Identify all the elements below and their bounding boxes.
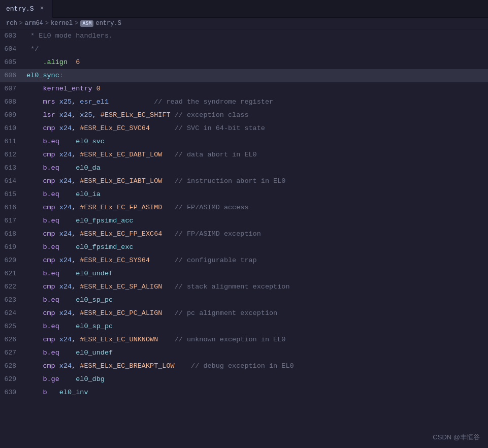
line-number: 616 <box>0 201 24 214</box>
line-number: 624 <box>0 307 24 320</box>
line-number: 625 <box>0 320 24 333</box>
line-content: cmp x24, #ESR_ELx_EC_SVC64 // SVC in 64-… <box>24 122 488 135</box>
tab-label: entry.S <box>6 5 34 13</box>
line-number: 614 <box>0 175 24 188</box>
line-content: cmp x24, #ESR_ELx_EC_SYS64 // configurab… <box>24 254 488 267</box>
code-line-624: 624 cmp x24, #ESR_ELx_EC_PC_ALIGN // pc … <box>0 307 488 320</box>
code-area: 603 * EL0 mode handlers. 604 */ 605 .ali… <box>0 29 488 445</box>
code-line-603: 603 * EL0 mode handlers. <box>0 29 488 43</box>
code-line-609: 609 lsr x24, x25, #ESR_ELx_EC_SHIFT // e… <box>0 109 488 122</box>
line-content: cmp x24, #ESR_ELx_EC_PC_ALIGN // pc alig… <box>24 307 488 320</box>
code-line-619: 619 b.eq el0_fpsimd_exc <box>0 241 488 254</box>
code-line-613: 613 b.eq el0_da <box>0 162 488 175</box>
line-number: 607 <box>0 82 24 95</box>
code-line-622: 622 cmp x24, #ESR_ELx_EC_SP_ALIGN // sta… <box>0 280 488 294</box>
code-line-626: 626 cmp x24, #ESR_ELx_EC_UNKNOWN // unkn… <box>0 333 488 346</box>
code-line-606: 606 el0_sync: <box>0 69 488 82</box>
line-content: cmp x24, #ESR_ELx_EC_FP_ASIMD // FP/ASIM… <box>24 201 488 214</box>
code-line-607: 607 kernel_entry 0 <box>0 82 488 95</box>
line-content: cmp x24, #ESR_ELx_EC_BREAKPT_LOW // debu… <box>24 360 488 373</box>
code-line-629: 629 b.ge el0_dbg <box>0 373 488 386</box>
line-number: 626 <box>0 333 24 346</box>
watermark: CSDN @丰恒谷 <box>433 433 480 442</box>
line-content: kernel_entry 0 <box>24 82 488 95</box>
line-number: 608 <box>0 95 24 109</box>
code-line-620: 620 cmp x24, #ESR_ELx_EC_SYS64 // config… <box>0 254 488 267</box>
line-content: * EL0 mode handlers. <box>24 29 488 43</box>
code-line-614: 614 cmp x24, #ESR_ELx_EC_IABT_LOW // ins… <box>0 175 488 188</box>
code-line-621: 621 b.eq el0_undef <box>0 267 488 280</box>
line-number: 618 <box>0 228 24 241</box>
line-number: 603 <box>0 29 24 43</box>
line-content: b.eq el0_fpsimd_exc <box>24 241 488 254</box>
breadcrumb-part-4: entry.S <box>95 20 121 27</box>
line-number: 613 <box>0 162 24 175</box>
line-content: .align 6 <box>24 56 488 69</box>
line-number: 627 <box>0 346 24 360</box>
line-content: b.eq el0_ia <box>24 188 488 201</box>
code-line-616: 616 cmp x24, #ESR_ELx_EC_FP_ASIMD // FP/… <box>0 201 488 214</box>
asm-badge: ASM <box>80 20 93 27</box>
line-content: cmp x24, #ESR_ELx_EC_UNKNOWN // unknown … <box>24 333 488 346</box>
code-line-623: 623 b.eq el0_sp_pc <box>0 294 488 307</box>
line-content: cmp x24, #ESR_ELx_EC_FP_EXC64 // FP/ASIM… <box>24 228 488 241</box>
code-line-627: 627 b.eq el0_undef <box>0 346 488 360</box>
code-line-617: 617 b.eq el0_fpsimd_acc <box>0 214 488 228</box>
line-content: b.eq el0_da <box>24 162 488 175</box>
line-number: 609 <box>0 109 24 122</box>
code-line-615: 615 b.eq el0_ia <box>0 188 488 201</box>
breadcrumb-part-2: arm64 <box>25 20 43 27</box>
line-number: 630 <box>0 386 24 399</box>
code-line-612: 612 cmp x24, #ESR_ELx_EC_DABT_LOW // dat… <box>0 148 488 162</box>
line-content: b.eq el0_undef <box>24 267 488 280</box>
line-number: 629 <box>0 373 24 386</box>
line-number: 619 <box>0 241 24 254</box>
tab-close-button[interactable]: × <box>38 5 46 13</box>
code-line-611: 611 b.eq el0_svc <box>0 135 488 148</box>
line-number: 615 <box>0 188 24 201</box>
line-content: mrs x25, esr_el1 // read the syndrome re… <box>24 95 488 109</box>
line-content: b.eq el0_svc <box>24 135 488 148</box>
breadcrumb-part-3: kernel <box>51 20 73 27</box>
code-line-605: 605 .align 6 <box>0 56 488 69</box>
breadcrumb-sep-3: > <box>75 20 78 27</box>
tab-entry-s[interactable]: entry.S × <box>0 0 53 18</box>
line-number: 617 <box>0 214 24 228</box>
line-content: */ <box>24 43 488 56</box>
line-number: 621 <box>0 267 24 280</box>
line-content: b.eq el0_undef <box>24 346 488 360</box>
line-content: b.eq el0_sp_pc <box>24 294 488 307</box>
code-line-630: 630 b el0_inv <box>0 386 488 399</box>
line-content: b.eq el0_fpsimd_acc <box>24 214 488 228</box>
line-number: 605 <box>0 56 24 69</box>
line-content: b.eq el0_sp_pc <box>24 320 488 333</box>
breadcrumb-sep-2: > <box>45 20 49 27</box>
code-line-618: 618 cmp x24, #ESR_ELx_EC_FP_EXC64 // FP/… <box>0 228 488 241</box>
breadcrumb: rch > arm64 > kernel > ASM entry.S <box>0 18 488 29</box>
line-content: cmp x24, #ESR_ELx_EC_DABT_LOW // data ab… <box>24 148 488 162</box>
line-number: 620 <box>0 254 24 267</box>
line-content: lsr x24, x25, #ESR_ELx_EC_SHIFT // excep… <box>24 109 488 122</box>
line-number: 604 <box>0 43 24 56</box>
code-line-625: 625 b.eq el0_sp_pc <box>0 320 488 333</box>
tab-bar: entry.S × <box>0 0 488 18</box>
line-number: 623 <box>0 294 24 307</box>
line-number: 622 <box>0 280 24 294</box>
line-content: b el0_inv <box>24 386 488 399</box>
line-number: 606 <box>0 69 24 82</box>
line-number: 612 <box>0 148 24 162</box>
code-line-610: 610 cmp x24, #ESR_ELx_EC_SVC64 // SVC in… <box>0 122 488 135</box>
line-content: el0_sync: <box>24 69 488 82</box>
line-number: 610 <box>0 122 24 135</box>
code-line-628: 628 cmp x24, #ESR_ELx_EC_BREAKPT_LOW // … <box>0 360 488 373</box>
code-line-608: 608 mrs x25, esr_el1 // read the syndrom… <box>0 95 488 109</box>
breadcrumb-part-1: rch <box>6 20 17 27</box>
line-content: cmp x24, #ESR_ELx_EC_SP_ALIGN // stack a… <box>24 280 488 294</box>
line-content: b.ge el0_dbg <box>24 373 488 386</box>
code-line-604: 604 */ <box>0 43 488 56</box>
breadcrumb-sep-1: > <box>19 20 23 27</box>
line-number: 628 <box>0 360 24 373</box>
line-number: 611 <box>0 135 24 148</box>
line-content: cmp x24, #ESR_ELx_EC_IABT_LOW // instruc… <box>24 175 488 188</box>
